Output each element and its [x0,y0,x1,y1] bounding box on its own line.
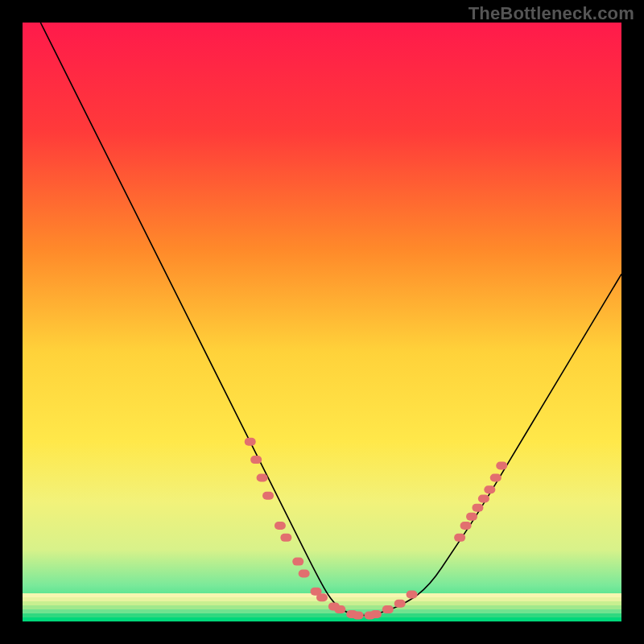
svg-rect-23 [382,605,394,613]
svg-rect-27 [460,522,472,530]
svg-rect-11 [275,522,286,530]
svg-rect-16 [316,593,328,601]
svg-rect-25 [407,591,418,599]
svg-rect-31 [484,485,495,493]
svg-rect-8 [250,456,262,464]
svg-rect-22 [370,610,382,618]
svg-rect-28 [466,513,477,521]
svg-rect-12 [280,534,291,542]
svg-rect-7 [245,438,256,446]
svg-rect-33 [496,462,507,470]
svg-rect-14 [299,569,310,577]
chart-svg [23,23,621,621]
svg-rect-3 [23,605,621,609]
svg-rect-9 [257,473,268,481]
svg-rect-10 [262,492,274,500]
chart-plot-area [23,23,621,621]
svg-rect-29 [472,504,483,512]
svg-rect-13 [292,558,303,566]
svg-rect-6 [23,617,621,621]
svg-rect-5 [23,613,621,617]
svg-rect-24 [394,600,406,608]
svg-rect-32 [490,473,502,481]
svg-rect-2 [23,601,621,605]
svg-rect-30 [478,494,489,502]
svg-rect-20 [353,612,364,620]
svg-rect-4 [23,609,621,613]
chart-background [23,23,621,621]
watermark-text: TheBottleneck.com [469,3,634,24]
svg-rect-18 [334,605,345,613]
svg-rect-26 [454,534,465,542]
